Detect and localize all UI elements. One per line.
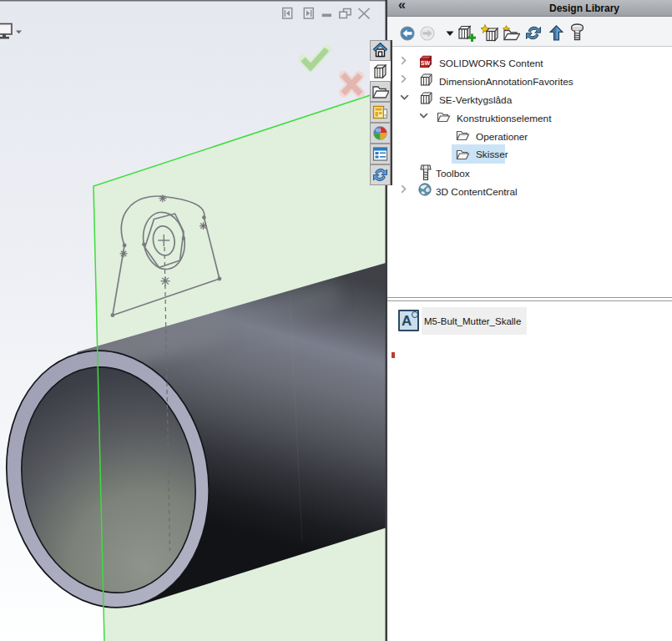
svg-text:SW: SW (421, 60, 431, 66)
